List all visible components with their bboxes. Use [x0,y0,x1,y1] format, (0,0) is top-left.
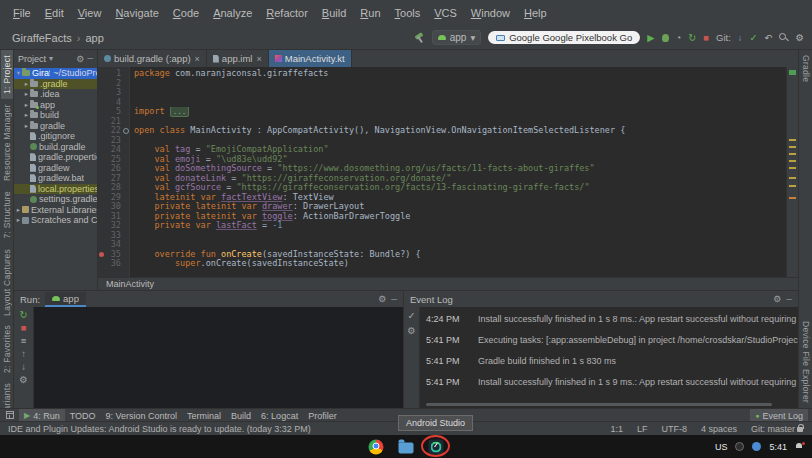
menu-help[interactable]: Help [517,5,554,21]
tree-arrow-icon[interactable]: ▸ [23,90,30,98]
menu-edit[interactable]: Edit [38,5,71,21]
tray-status-icon[interactable] [752,442,761,451]
folded-imports[interactable]: ... [170,107,190,117]
tree-arrow-icon[interactable]: ▸ [23,101,30,109]
tree-row-settings-gradle[interactable]: settings.gradle [14,194,97,205]
tree-arrow-icon[interactable]: ▸ [23,111,30,119]
menu-tools[interactable]: Tools [388,5,428,21]
tree-arrow-icon[interactable]: ▸ [23,80,30,88]
code-editor[interactable]: 1package com.naranjaconsal.giraffefacts2… [98,67,786,277]
tab-build-gradle-app[interactable]: build.gradle (:app)× [98,50,207,67]
event-log-settings-icon[interactable]: ⚙ [773,294,781,304]
menu-build[interactable]: Build [315,5,353,21]
toolwindow-button-build[interactable]: Build [226,409,256,421]
tool-stripe-1-project[interactable]: 1: Project [1,50,13,99]
status-lf[interactable]: LF [637,424,648,434]
hide-panel-icon[interactable]: ─ [87,54,93,63]
tree-row-scratches-and-consoles[interactable]: ▸Scratches and Consoles [14,215,97,226]
toolwindow-button-event-log[interactable]: ●Event Log [750,409,808,421]
status-4-spaces[interactable]: 4 spaces [701,424,737,434]
status-message[interactable]: IDE and Plugin Updates: Android Studio i… [8,424,311,434]
run-settings-icon[interactable]: ⚙ [378,294,386,304]
tree-arrow-icon[interactable]: ▸ [15,216,22,224]
toolwindow-button-6-logcat[interactable]: 6: Logcat [256,409,303,421]
tree-row-gradlew-bat[interactable]: gradlew.bat [14,173,97,184]
tool-stripe-gradle[interactable]: Gradle [800,50,812,87]
hide-panel-icon[interactable]: ─ [391,295,397,304]
tree-row-gradle-properties[interactable]: gradle.properties [14,152,97,163]
keyboard-layout-indicator[interactable]: US [715,442,728,452]
menu-icon[interactable]: ≡ [21,336,27,346]
device-selector[interactable]: Google Google Pixelbook Go [488,31,640,44]
menu-run[interactable]: Run [353,5,387,21]
gear-icon[interactable]: ⚙ [407,326,416,336]
menu-navigate[interactable]: Navigate [108,5,165,21]
tree-arrow-icon[interactable]: ▸ [23,122,30,130]
hide-panel-icon[interactable]: ─ [786,295,792,304]
close-icon[interactable]: × [256,54,261,64]
gear-icon[interactable]: ⚙ [19,375,28,385]
run-config-selector[interactable]: app ▾ [432,30,481,45]
settings-icon[interactable]: ⚙ [795,33,804,43]
check-icon[interactable]: ✓ [408,311,416,321]
notification-bell-icon[interactable] [795,442,804,451]
stop-icon[interactable]: ■ [21,323,27,333]
git-commit-button[interactable]: ✓ [750,33,758,43]
run-button[interactable]: ▶ [647,33,654,43]
toolwindow-quick-access-icon[interactable] [6,411,14,419]
horizontal-scrollbar[interactable] [426,403,772,406]
up-icon[interactable]: ↑ [21,349,26,359]
status-utf-8[interactable]: UTF-8 [661,424,687,434]
chevron-down-icon[interactable]: ▾ [49,54,53,63]
tray-icon[interactable] [735,442,744,451]
rerun-icon[interactable]: ↻ [20,310,28,320]
build-hammer-icon[interactable] [414,32,425,43]
tab-mainactivity-kt[interactable]: MainActivity.kt [269,50,352,67]
breadcrumb-module[interactable]: app [85,32,103,44]
down-icon[interactable]: ↓ [21,362,26,372]
project-settings-icon[interactable]: ⚙ [76,54,84,64]
tree-row-build-gradle[interactable]: build.gradle [14,142,97,153]
tool-stripe-device-file-explorer[interactable]: Device File Explorer [800,316,812,408]
clock[interactable]: 5:41 [769,442,787,452]
debug-button[interactable] [662,34,669,42]
chrome-icon[interactable] [369,439,384,454]
stop-button[interactable]: ■ [703,33,709,43]
tree-row-gradlew[interactable]: gradlew [14,163,97,174]
toolwindow-button-4-run[interactable]: ▶4: Run [19,409,65,421]
menu-refactor[interactable]: Refactor [259,5,315,21]
project-panel-title[interactable]: Project [18,54,46,64]
tab-app-iml[interactable]: app.iml× [207,50,269,67]
tree-row-local-properties[interactable]: local.properties [14,184,97,195]
tree-row-idea[interactable]: ▸.idea [14,89,97,100]
tree-arrow-icon[interactable]: ▸ [15,206,22,214]
editor-scrollbar-marks[interactable] [786,67,798,277]
status-git-master[interactable]: Git: master [751,424,795,434]
profile-button[interactable]: ◔ [676,33,682,43]
breadcrumb-class[interactable]: MainActivity [106,279,154,289]
search-icon[interactable] [779,33,788,42]
tool-stripe-2-favorites[interactable]: 2: Favorites [1,320,13,378]
file-manager-icon[interactable] [399,442,414,453]
tree-row-app[interactable]: ▸app [14,100,97,111]
git-update-button[interactable]: ↓ [738,33,743,43]
menu-code[interactable]: Code [166,5,206,21]
tree-row-build[interactable]: ▸build [14,110,97,121]
menu-vcs[interactable]: VCS [427,5,464,21]
breadcrumb-project[interactable]: GiraffeFacts [12,32,72,44]
menu-view[interactable]: View [71,5,109,21]
tree-row-gitignore[interactable]: .gitignore [14,131,97,142]
menu-analyze[interactable]: Analyze [206,5,259,21]
toolwindow-button-profiler[interactable]: Profiler [303,409,342,421]
tree-arrow-icon[interactable]: ▾ [15,69,22,77]
git-revert-button[interactable]: ↶ [765,33,773,43]
tree-row-gradle[interactable]: ▸gradle [14,121,97,132]
tree-row-gradle[interactable]: ▸.gradle [14,79,97,90]
menu-window[interactable]: Window [464,5,517,21]
menu-file[interactable]: File [6,5,38,21]
toolwindow-button-9-version-control[interactable]: 9: Version Control [101,409,183,421]
event-log-list[interactable]: 4:24 PMInstall successfully finished in … [420,307,798,408]
tool-stripe-resource-manager[interactable]: Resource Manager [1,99,13,186]
toolwindow-button-terminal[interactable]: Terminal [182,409,226,421]
close-icon[interactable]: × [195,54,200,64]
